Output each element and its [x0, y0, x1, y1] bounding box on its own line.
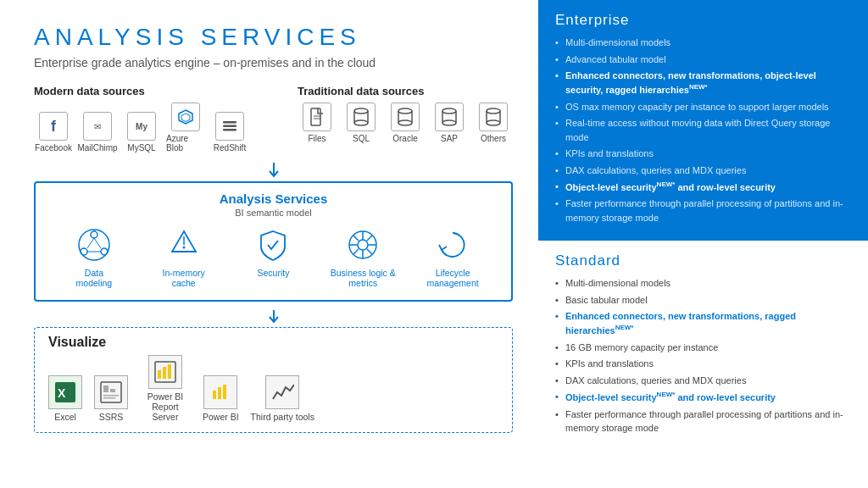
traditional-sources-label: Traditional data sources [298, 85, 513, 97]
left-panel: ANALYSIS SERVICES Enterprise grade analy… [0, 0, 538, 488]
icon-label: Power BI [203, 412, 239, 422]
svg-point-28 [101, 248, 108, 255]
list-item: Files [298, 103, 337, 143]
svg-text:X: X [58, 386, 66, 400]
azure-blob-icon [171, 103, 200, 131]
right-panel: Enterprise Multi-dimensional models Adva… [538, 0, 868, 488]
list-item: Oracle [386, 103, 425, 143]
list-item: Lifecyclemanagement [415, 226, 491, 288]
svg-rect-58 [218, 387, 221, 399]
ssrs-icon [94, 375, 128, 409]
icon-label: MailChimp [77, 143, 117, 152]
security-icon [254, 226, 292, 263]
list-item: Faster performance through parallel proc… [555, 408, 851, 435]
list-item: SAP [430, 103, 469, 143]
enterprise-bullets: Multi-dimensional models Advanced tabula… [555, 36, 851, 225]
enterprise-title: Enterprise [555, 12, 851, 29]
powerbi-icon [203, 375, 237, 409]
list-item: Advanced tabular model [555, 53, 851, 67]
list-item: KPIs and translations [555, 357, 851, 371]
page-title: ANALYSIS SERVICES [34, 24, 513, 51]
standard-bullets: Multi-dimensional models Basic tabular m… [555, 276, 851, 435]
list-item: KPIs and translations [555, 147, 851, 161]
svg-rect-57 [213, 391, 216, 399]
svg-point-12 [398, 108, 412, 114]
page-subtitle: Enterprise grade analytics engine – on-p… [34, 56, 513, 69]
svg-point-34 [182, 247, 185, 249]
icon-label: Files [308, 134, 326, 143]
icon-label: Third party tools [251, 412, 314, 422]
list-item: SSRS [94, 375, 128, 422]
svg-line-43 [367, 236, 372, 241]
list-item: Business logic &metrics [325, 226, 401, 288]
list-item: Enhanced connectors, new transformations… [555, 309, 851, 338]
list-item: DAX calculations, queries and MDX querie… [555, 374, 851, 388]
icon-label: SAP [441, 134, 458, 143]
svg-rect-5 [311, 108, 320, 125]
data-modeling-icon [75, 226, 113, 263]
list-item: Enhanced connectors, new transformations… [555, 69, 851, 97]
svg-point-11 [354, 120, 368, 125]
svg-point-23 [487, 120, 500, 125]
list-item: In-memorycache [146, 226, 222, 288]
mailchimp-icon: ✉ [83, 112, 112, 141]
icon-label: MySQL [127, 143, 155, 152]
arrow-down-icon-2 [34, 310, 513, 325]
icon-label: Oracle [392, 134, 417, 143]
list-item: Object-level securityNEW* and row-level … [555, 390, 851, 404]
powerbi-report-server-icon [148, 355, 182, 389]
svg-rect-50 [110, 389, 115, 392]
as-feature-label: Business logic &metrics [331, 268, 396, 288]
icon-label: Azure Blob [166, 134, 205, 152]
standard-title: Standard [555, 252, 851, 269]
list-item: Security [235, 226, 311, 278]
others-icon [479, 103, 508, 131]
svg-rect-4 [223, 129, 236, 131]
icon-label: Power BI Report Server [140, 391, 191, 422]
svg-line-29 [87, 238, 94, 248]
svg-rect-59 [223, 385, 226, 399]
as-feature-label: Security [258, 268, 290, 278]
standard-section: Standard Multi-dimensional models Basic … [538, 241, 868, 488]
list-item: Basic tabular model [555, 293, 851, 308]
list-item: f Facebook [34, 112, 73, 152]
as-feature-label: In-memorycache [163, 268, 205, 288]
facebook-icon: f [39, 112, 68, 141]
svg-rect-52 [103, 397, 115, 399]
mysql-icon: My [127, 112, 156, 141]
list-item: Others [474, 103, 513, 143]
list-item: Datamodeling [56, 226, 132, 288]
svg-point-36 [358, 240, 368, 250]
svg-rect-55 [163, 367, 166, 379]
in-memory-cache-icon [165, 226, 203, 263]
svg-rect-3 [223, 125, 236, 128]
list-item: OS max memory capacity per instance to s… [555, 100, 851, 114]
list-item: SQL [342, 103, 381, 143]
data-sources-row: Modern data sources f Facebook ✉ MailChi… [34, 85, 513, 152]
modern-sources-label: Modern data sources [34, 85, 249, 97]
as-title: Analysis Services [49, 191, 498, 206]
sap-icon [435, 103, 464, 131]
sql-icon [347, 103, 376, 131]
svg-line-42 [367, 249, 372, 254]
modern-sources: Modern data sources f Facebook ✉ MailChi… [34, 85, 249, 152]
list-item: 16 GB memory capacity per instance [555, 341, 851, 355]
modern-sources-icons: f Facebook ✉ MailChimp My MySQL [34, 103, 249, 152]
as-feature-label: Datamodeling [76, 268, 113, 288]
icon-label: Excel [54, 412, 76, 422]
svg-rect-51 [103, 395, 119, 396]
traditional-sources-icons: Files SQL [298, 103, 513, 143]
svg-point-19 [442, 120, 456, 125]
excel-icon: X [48, 375, 82, 409]
svg-point-16 [442, 108, 456, 114]
list-item: Power BI [203, 375, 239, 422]
svg-point-8 [354, 108, 368, 114]
files-icon [303, 103, 331, 131]
list-item: Multi-dimensional models [555, 36, 851, 50]
enterprise-section: Enterprise Multi-dimensional models Adva… [538, 0, 868, 241]
svg-rect-2 [223, 121, 236, 124]
list-item: Object-level securityNEW* and row-level … [555, 180, 851, 194]
traditional-sources: Traditional data sources Files [298, 85, 513, 152]
svg-line-44 [353, 249, 359, 254]
business-logic-icon [344, 226, 381, 263]
